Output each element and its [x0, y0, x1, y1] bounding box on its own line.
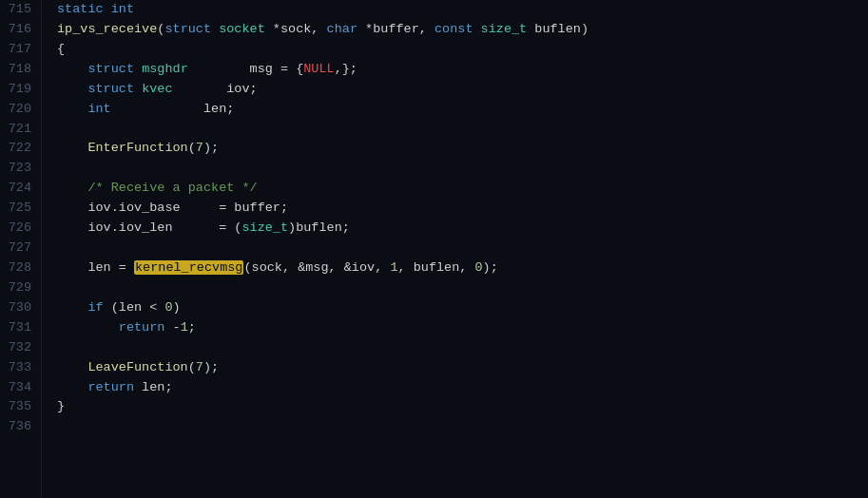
- token: kvec: [142, 82, 172, 96]
- token: );: [203, 141, 219, 155]
- token: ;: [188, 320, 196, 335]
- line-number: 721: [6, 120, 31, 140]
- token: iov.iov_len = (: [57, 220, 241, 235]
- code-line: [57, 417, 868, 437]
- token: 7: [196, 141, 203, 155]
- token: 7: [196, 360, 203, 374]
- code-line: /* Receive a packet */: [57, 179, 868, 199]
- code-line: }: [57, 397, 868, 417]
- code-line: iov.iov_len = (size_t)buflen;: [57, 219, 868, 239]
- token: -: [164, 320, 180, 335]
- code-line: [57, 120, 868, 140]
- token: (: [188, 141, 196, 155]
- line-number: 736: [6, 417, 31, 437]
- code-line: return len;: [57, 378, 868, 398]
- code-line: [57, 159, 868, 179]
- token: len =: [57, 260, 134, 275]
- code-line: iov.iov_base = buffer;: [57, 199, 868, 219]
- line-number: 723: [6, 159, 31, 179]
- code-line: if (len < 0): [57, 298, 868, 318]
- highlighted-function: kernel_recvmsg: [134, 260, 243, 275]
- token: int: [57, 102, 111, 116]
- code-line: len = kernel_recvmsg(sock, &msg, &iov, 1…: [57, 259, 868, 278]
- token: iov.iov_base = buffer;: [57, 201, 288, 215]
- token: int: [111, 2, 134, 16]
- code-line: struct kvec iov;: [57, 80, 868, 100]
- token: const: [434, 22, 481, 36]
- token: msghdr: [142, 62, 188, 76]
- code-line: [57, 338, 868, 358]
- line-number: 724: [6, 179, 31, 199]
- line-number: 718: [6, 60, 31, 80]
- token: return: [57, 380, 134, 394]
- token: }: [57, 399, 65, 413]
- line-number: 727: [6, 239, 31, 259]
- token: struct: [57, 62, 142, 76]
- token: ,};: [335, 62, 357, 76]
- token: static: [57, 2, 111, 16]
- code-line: [57, 239, 868, 259]
- code-area[interactable]: static intip_vs_receive(struct socket *s…: [42, 0, 868, 498]
- token: 0: [164, 300, 172, 315]
- code-line: return -1;: [57, 318, 868, 338]
- line-number: 728: [6, 259, 31, 278]
- token: size_t: [241, 220, 288, 235]
- line-number: 729: [6, 278, 31, 298]
- code-line: static int: [57, 0, 868, 20]
- line-number: 732: [6, 338, 31, 358]
- line-number: 731: [6, 318, 31, 338]
- token: (len <: [104, 300, 165, 315]
- line-number: 717: [6, 40, 31, 60]
- token: char: [327, 22, 357, 36]
- token: (sock, &msg, &iov,: [243, 260, 390, 275]
- token: iov;: [173, 82, 258, 96]
- token: (: [188, 360, 196, 374]
- token: );: [203, 360, 219, 374]
- code-line: ip_vs_receive(struct socket *sock, char …: [57, 20, 868, 40]
- token: buflen): [527, 22, 588, 36]
- code-editor: 7157167177187197207217227237247257267277…: [0, 0, 868, 498]
- line-number: 725: [6, 199, 31, 219]
- code-line: struct msghdr msg = {NULL,};: [57, 60, 868, 80]
- token: NULL: [303, 62, 334, 76]
- token: return: [57, 320, 164, 335]
- token: struct: [57, 82, 142, 96]
- token: *sock,: [265, 22, 327, 36]
- line-numbers: 7157167177187197207217227237247257267277…: [0, 0, 42, 498]
- token: )buflen;: [288, 220, 350, 235]
- token: if: [57, 300, 104, 315]
- token: {: [57, 42, 65, 56]
- line-number: 722: [6, 139, 31, 159]
- token: , buflen,: [397, 260, 474, 275]
- token: );: [483, 260, 498, 275]
- line-number: 735: [6, 397, 31, 417]
- token: *buffer,: [357, 22, 434, 36]
- line-number: 715: [6, 0, 31, 20]
- line-number: 726: [6, 219, 31, 239]
- line-number: 716: [6, 20, 31, 40]
- code-line: int len;: [57, 100, 868, 120]
- token: ip_vs_receive: [57, 22, 157, 36]
- token: ): [173, 300, 181, 315]
- line-number: 719: [6, 80, 31, 100]
- code-line: LeaveFunction(7);: [57, 358, 868, 378]
- code-line: EnterFunction(7);: [57, 139, 868, 159]
- code-line: [57, 278, 868, 298]
- token: msg = {: [188, 62, 304, 76]
- token: struct: [164, 22, 219, 36]
- line-number: 733: [6, 358, 31, 378]
- token: 1: [181, 320, 188, 335]
- line-number: 734: [6, 378, 31, 398]
- line-number: 730: [6, 298, 31, 318]
- code-line: {: [57, 40, 868, 60]
- token: size_t: [481, 22, 528, 36]
- line-number: 720: [6, 100, 31, 120]
- token: LeaveFunction: [57, 360, 188, 374]
- token: 0: [475, 260, 483, 275]
- token: EnterFunction: [57, 141, 188, 155]
- token: socket: [219, 22, 265, 36]
- token: len;: [111, 102, 235, 116]
- token: len;: [134, 380, 173, 394]
- comment-text: /* Receive a packet */: [57, 181, 258, 195]
